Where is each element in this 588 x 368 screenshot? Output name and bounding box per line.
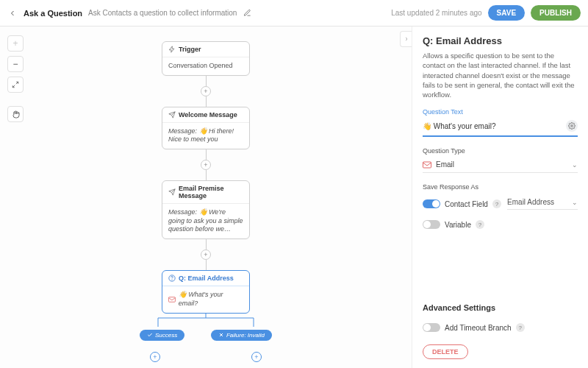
x-icon: [218, 332, 224, 338]
variable-label: Variable: [445, 221, 471, 229]
timeout-toggle[interactable]: [423, 323, 440, 332]
node-welcome-message[interactable]: Welcome Message Message: 👋 Hi there! Nic…: [162, 107, 250, 149]
node-title: Q: Email Address: [179, 275, 234, 282]
branch-failure[interactable]: Failure: Invalid: [211, 330, 272, 341]
help-icon[interactable]: ?: [516, 323, 525, 332]
svg-rect-2: [168, 297, 175, 302]
node-body: Message: 👋 Hi there! Nice to meet you: [162, 123, 249, 149]
mail-icon: [168, 297, 176, 302]
svg-point-3: [571, 125, 573, 127]
node-title: Email Premise Message: [179, 185, 243, 199]
node-title: Welcome Message: [179, 111, 237, 118]
node-trigger[interactable]: Trigger Conversation Opened: [162, 41, 250, 76]
edit-title-icon[interactable]: [243, 9, 251, 18]
question-text-label: Question Text: [423, 108, 578, 116]
question-text-input[interactable]: [423, 122, 562, 130]
workflow-canvas[interactable]: + − Trigger: [0, 26, 412, 368]
branch-connector: [140, 314, 272, 331]
add-step-button[interactable]: +: [201, 250, 211, 260]
check-icon: [147, 332, 153, 338]
question-icon: [168, 275, 176, 282]
gear-icon: [568, 122, 576, 130]
zoom-out-button[interactable]: −: [7, 56, 24, 72]
page-title: Ask a Question: [24, 9, 82, 18]
add-step-button[interactable]: +: [201, 160, 211, 170]
timeout-label: Add Timeout Branch: [445, 324, 512, 332]
chevron-down-icon: ⌄: [572, 161, 578, 169]
node-email-premise[interactable]: Email Premise Message Message: 👋 We're g…: [162, 180, 250, 239]
panel-description: Allows a specific question to be sent to…: [423, 51, 578, 99]
node-question-email[interactable]: Q: Email Address 👋 What's your email?: [162, 270, 250, 313]
send-icon: [168, 188, 176, 196]
help-icon[interactable]: ?: [492, 199, 501, 208]
send-icon: [168, 111, 176, 118]
question-settings-button[interactable]: [566, 120, 578, 132]
question-type-select[interactable]: Email ⌄: [423, 157, 578, 173]
last-updated-text: Last updated 2 minutes ago: [391, 9, 481, 17]
add-failure-step[interactable]: +: [251, 352, 262, 362]
pan-tool-button[interactable]: [7, 106, 24, 122]
page-subtitle: Ask Contacts a question to collect infor…: [88, 9, 237, 17]
chevron-down-icon: ⌄: [572, 199, 578, 206]
add-step-button[interactable]: +: [201, 86, 211, 96]
contact-field-toggle[interactable]: [423, 199, 440, 208]
panel-collapse-button[interactable]: [400, 31, 412, 47]
add-success-step[interactable]: +: [150, 352, 160, 362]
save-button[interactable]: SAVE: [488, 5, 526, 21]
question-type-label: Question Type: [423, 147, 578, 155]
fit-view-button[interactable]: [7, 77, 24, 93]
save-response-label: Save Response As: [423, 183, 578, 191]
node-body: Conversation Opened: [162, 57, 249, 75]
delete-button[interactable]: DELETE: [423, 344, 468, 359]
branch-success[interactable]: Success: [140, 330, 184, 341]
properties-panel: Q: Email Address Allows a specific quest…: [412, 26, 588, 368]
node-body: 👋 What's your email?: [162, 286, 249, 312]
contact-field-label: Contact Field: [445, 200, 488, 208]
svg-rect-4: [423, 162, 431, 168]
lightning-icon: [168, 46, 176, 53]
variable-toggle[interactable]: [423, 220, 440, 229]
advanced-settings-heading: Advanced Settings: [423, 303, 578, 312]
zoom-in-button[interactable]: +: [7, 35, 24, 52]
back-button[interactable]: [7, 8, 18, 18]
contact-field-select[interactable]: Email Address ⌄: [507, 198, 578, 210]
mail-icon: [423, 161, 431, 169]
publish-button[interactable]: PUBLISH: [531, 5, 581, 21]
panel-title: Q: Email Address: [423, 35, 578, 46]
node-title: Trigger: [179, 46, 201, 53]
node-body: Message: 👋 We're going to ask you a simp…: [162, 204, 249, 238]
help-icon[interactable]: ?: [476, 220, 484, 229]
